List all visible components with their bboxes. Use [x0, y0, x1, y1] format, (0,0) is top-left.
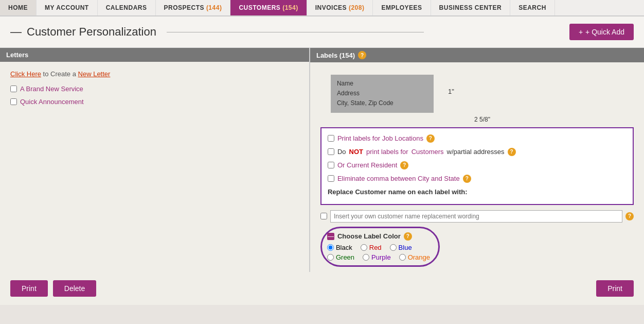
color-radio-red[interactable] [361, 244, 367, 251]
color-label-red: Red [369, 244, 382, 251]
labels-panel-header: Labels (154) ? [310, 48, 644, 62]
color-option-green[interactable]: Green [327, 253, 354, 261]
preview-name: Name [337, 79, 427, 89]
color-chooser: — Choose Label Color ? Black Red [320, 227, 634, 267]
main-content: Letters Click Here to Create a New Lette… [0, 48, 644, 272]
color-choose-label: Choose Label Color [337, 232, 401, 240]
preview-city-state-zip: City, State, Zip Code [337, 98, 427, 108]
option-not-label: NOT [349, 148, 363, 156]
label-preview: Name Address City, State, Zip Code [331, 75, 434, 113]
color-option-orange[interactable]: Orange [399, 253, 430, 261]
options-box: Print labels for Job Locations ? Do NOT … [320, 127, 634, 205]
color-help-icon[interactable]: ? [404, 232, 412, 241]
option-row-2: Do NOT print labels for Customers w/part… [328, 148, 627, 156]
letters-panel: Letters Click Here to Create a New Lette… [0, 48, 309, 272]
quick-add-label: + Quick Add [585, 28, 624, 36]
letter-item-2: Quick Announcement [10, 98, 299, 106]
page-header: — Customer Personalization + + Quick Add [0, 16, 644, 48]
color-option-blue[interactable]: Blue [390, 244, 412, 251]
option-checkbox-3[interactable] [328, 162, 334, 168]
color-row-2: Green Purple Orange [327, 253, 430, 261]
replacement-input[interactable] [330, 210, 622, 223]
new-letter-link[interactable]: New Letter [78, 70, 111, 78]
page-title: Customer Personalization [27, 25, 156, 39]
option-label-3: Or Current Resident [337, 161, 397, 169]
color-chooser-outline: — Choose Label Color ? Black Red [320, 227, 440, 267]
print-left-button[interactable]: Print [10, 280, 48, 297]
option-checkbox-2[interactable] [328, 148, 334, 155]
color-radio-orange[interactable] [399, 254, 406, 261]
option-note-2a: Do [337, 148, 346, 156]
letter-label-2[interactable]: Quick Announcement [20, 98, 84, 106]
color-radio-green[interactable] [327, 254, 334, 261]
option-customers-label: Customers [412, 148, 444, 156]
option-row-1: Print labels for Job Locations ? [328, 134, 627, 143]
color-row-1: Black Red Blue [327, 244, 430, 251]
option-label-4: Eliminate comma between City and State [337, 175, 460, 182]
label-size-bottom: 2 5/8" [320, 116, 644, 123]
letters-panel-body: Click Here to Create a New Letter A Bran… [0, 62, 309, 114]
nav-prospects[interactable]: PROSPECTS (144) [156, 0, 231, 15]
color-radio-black[interactable] [327, 244, 334, 251]
replacement-row: ? [320, 210, 634, 223]
option-checkbox-4[interactable] [328, 175, 334, 182]
navbar: HOME MY ACCOUNT CALENDARS PROSPECTS (144… [0, 0, 644, 16]
nav-employees[interactable]: EMPLOYEES [373, 0, 431, 15]
color-header: — Choose Label Color ? [327, 232, 430, 241]
replacement-help-icon[interactable]: ? [625, 212, 634, 220]
nav-my-account[interactable]: MY ACCOUNT [37, 0, 98, 15]
option-row-4: Eliminate comma between City and State ? [328, 175, 627, 183]
option-row-3: Or Current Resident ? [328, 161, 627, 169]
letter-label-1[interactable]: A Brand New Service [20, 85, 83, 93]
color-label-purple: Purple [371, 253, 391, 261]
color-label-green: Green [336, 253, 354, 261]
nav-search[interactable]: SEARCH [510, 0, 555, 15]
labels-panel: Labels (154) ? Name Address City, State,… [309, 48, 644, 272]
labels-title: Labels (154) [316, 52, 355, 59]
quick-add-button[interactable]: + + Quick Add [569, 24, 634, 40]
nav-home[interactable]: HOME [0, 0, 37, 15]
footer-buttons: Print Delete Print [0, 272, 644, 305]
option-help-4[interactable]: ? [463, 175, 471, 183]
option-label-1: Print labels for Job Locations [337, 134, 423, 142]
labels-help-icon[interactable]: ? [358, 51, 366, 59]
letter-checkbox-1[interactable] [10, 86, 17, 92]
option-note-2b: w/partial addresses [447, 148, 505, 156]
color-option-red[interactable]: Red [361, 244, 382, 251]
footer-left-buttons: Print Delete [10, 280, 96, 297]
letters-panel-header: Letters [0, 48, 309, 62]
color-option-purple[interactable]: Purple [363, 253, 391, 261]
preview-address: Address [337, 89, 427, 98]
nav-business-center[interactable]: BUSINESS CENTER [431, 0, 511, 15]
option-label-2: print labels for [366, 148, 408, 156]
quick-add-icon: + [579, 28, 583, 36]
replacement-checkbox[interactable] [320, 213, 327, 219]
title-dash: — [10, 25, 22, 39]
color-label-blue: Blue [399, 244, 412, 251]
letters-title: Letters [6, 51, 28, 59]
create-letter-row: Click Here to Create a New Letter [10, 70, 299, 78]
label-size-right: 1" [448, 88, 454, 95]
color-label-black: Black [336, 244, 352, 251]
option-help-3[interactable]: ? [400, 161, 408, 169]
page-title-container: — Customer Personalization [10, 25, 424, 39]
option-help-2[interactable]: ? [508, 148, 516, 156]
color-radio-blue[interactable] [390, 244, 397, 251]
delete-button[interactable]: Delete [53, 280, 96, 297]
letter-checkbox-2[interactable] [10, 98, 17, 105]
nav-invoices[interactable]: INVOICES (208) [307, 0, 373, 15]
option-help-1[interactable]: ? [426, 134, 435, 143]
nav-customers[interactable]: CUSTOMERS (154) [230, 0, 307, 15]
color-option-black[interactable]: Black [327, 244, 352, 251]
color-minus-icon[interactable]: — [327, 233, 334, 240]
option-checkbox-1[interactable] [328, 135, 334, 142]
nav-calendars[interactable]: CALENDARS [98, 0, 156, 15]
click-here-link[interactable]: Click Here [10, 70, 41, 78]
color-label-orange: Orange [408, 253, 430, 261]
letter-item-1: A Brand New Service [10, 85, 299, 93]
color-radio-purple[interactable] [363, 254, 369, 261]
create-letter-text: to Create a [43, 70, 78, 78]
replace-label: Replace Customer name on each label with… [328, 188, 627, 196]
print-right-button[interactable]: Print [596, 280, 634, 297]
